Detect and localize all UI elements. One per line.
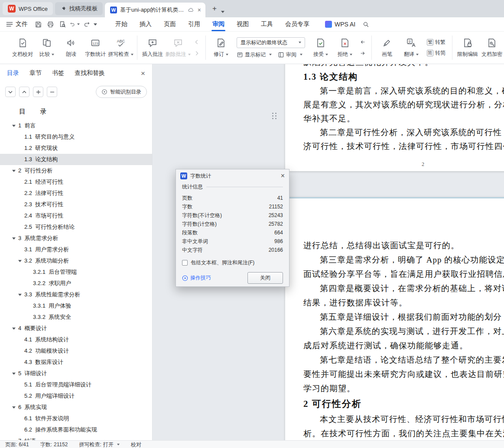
prev-revision-icon[interactable]: [359, 38, 367, 46]
tab-wps-office[interactable]: W WPS Office: [3, 2, 53, 15]
sidebar-tab-查找和替换[interactable]: 查找和替换: [75, 69, 105, 77]
toc-item[interactable]: 5.2 用户端详细设计: [0, 390, 152, 402]
menu-item-页面[interactable]: 页面: [158, 17, 182, 31]
sidebar-tab-章节[interactable]: 章节: [29, 69, 42, 77]
word-count-button[interactable]: 123 字数统计: [83, 33, 107, 62]
print-button[interactable]: [45, 19, 55, 29]
quickbar-chevron-icon[interactable]: [94, 23, 97, 26]
document-page-1[interactable]: 缺陷并完善这些优化并开发其中。1.3 论文结构第一章是前言，深入研究该系统的目的…: [285, 64, 504, 171]
toc-item[interactable]: 2.1 经济可行性: [0, 176, 152, 188]
brush-button[interactable]: 画笔: [375, 33, 399, 62]
expand-triangle-icon[interactable]: [12, 406, 16, 409]
toc-item[interactable]: 3.3.1 用户体验: [0, 300, 152, 312]
toc-item[interactable]: 3.2.1 后台管理端: [0, 266, 152, 278]
expand-triangle-icon[interactable]: [12, 328, 16, 330]
accept-button[interactable]: 接受: [309, 33, 333, 62]
status-page-indicator[interactable]: 页面: 6/41: [5, 442, 29, 447]
translate-button[interactable]: 文 翻译: [399, 33, 423, 62]
encrypt-button[interactable]: 文档加密: [480, 33, 504, 62]
dialog-title-bar[interactable]: W 字数统计 ×: [176, 169, 289, 182]
undo-button[interactable]: [69, 19, 80, 29]
tab-document[interactable]: W 基于uni-app的计算机类面试… ×: [105, 3, 205, 17]
expand-all-button[interactable]: [19, 87, 29, 97]
file-menu[interactable]: 文件: [6, 17, 33, 31]
menu-item-工具[interactable]: 工具: [255, 17, 279, 31]
next-comment-icon[interactable]: [193, 49, 201, 57]
tab-template[interactable]: 找稿壳模板: [55, 2, 103, 15]
tips-link[interactable]: 操作技巧: [182, 274, 211, 282]
toc-item[interactable]: 6.2 操作系统界面和功能实现: [0, 424, 152, 435]
toc-item[interactable]: 3.2 系统功能分析: [0, 255, 152, 266]
show-markup-button[interactable]: 显示标记: [237, 51, 272, 58]
proofread-button[interactable]: 文档校对: [10, 33, 35, 62]
expand-triangle-icon[interactable]: [12, 125, 16, 127]
toc-item[interactable]: 4 概要设计: [0, 323, 152, 334]
sidebar-tab-书签[interactable]: 书签: [52, 69, 64, 77]
tab-list-chevron-icon[interactable]: [221, 11, 224, 13]
next-revision-icon[interactable]: [359, 49, 367, 57]
toc-doc-title[interactable]: 目 录: [0, 101, 152, 120]
toc-item[interactable]: 6 系统实现: [0, 402, 152, 413]
toc-item[interactable]: 2 可行性分析: [0, 165, 152, 176]
collapse-all-button[interactable]: [5, 87, 16, 97]
menu-item-开始[interactable]: 开始: [109, 17, 133, 31]
menu-item-会员专享[interactable]: 会员专享: [279, 17, 315, 31]
delete-comment-button[interactable]: 删除批注: [165, 33, 191, 62]
dialog-close-icon[interactable]: ×: [281, 172, 285, 179]
menu-item-视图[interactable]: 视图: [231, 17, 255, 31]
checkbox-icon[interactable]: [182, 260, 188, 266]
toc-item[interactable]: 5.1 后台管理员端详细设计: [0, 379, 152, 390]
restrict-edit-button[interactable]: 限制编辑: [455, 33, 480, 62]
expand-triangle-icon[interactable]: [12, 373, 16, 375]
search-icon[interactable]: [362, 21, 370, 28]
include-footnotes-checkbox[interactable]: 包括文本框、脚注和尾注(F): [182, 259, 283, 266]
toc-item[interactable]: 7 结语: [0, 435, 152, 440]
redo-button[interactable]: [81, 19, 92, 29]
dialog-close-button[interactable]: 关闭: [247, 272, 283, 284]
insert-comment-button[interactable]: 插入批注: [140, 33, 165, 62]
menu-item-引用[interactable]: 引用: [182, 17, 206, 31]
to-traditional-button[interactable]: 繁 转繁: [427, 39, 445, 46]
toc-item[interactable]: 3.3.2 系统安全: [0, 312, 152, 323]
toc-item[interactable]: 3 系统需求分析: [0, 233, 152, 244]
expand-triangle-icon[interactable]: [18, 294, 22, 296]
print-preview-button[interactable]: [57, 19, 68, 29]
markup-state-select[interactable]: 显示标记的最终状态: [237, 37, 305, 48]
expand-triangle-icon[interactable]: [12, 237, 16, 240]
toc-item[interactable]: 4.2 功能模块设计: [0, 345, 152, 357]
reject-button[interactable]: 拒绝: [333, 33, 357, 62]
toc-item[interactable]: 5 详细设计: [0, 368, 152, 379]
toc-item[interactable]: 1 前言: [0, 120, 152, 131]
status-word-count[interactable]: 字数: 21152: [40, 442, 68, 447]
compare-button[interactable]: 比较: [35, 33, 59, 62]
prev-comment-icon[interactable]: [193, 38, 201, 46]
toc-item[interactable]: 1.3 论文结构: [0, 154, 152, 165]
document-area[interactable]: 缺陷并完善这些优化并开发其中。1.3 论文结构第一章是前言，深入研究该系统的目的…: [153, 64, 504, 440]
new-tab-button[interactable]: +: [209, 3, 220, 14]
smart-toc-button[interactable]: 智能识别目录: [96, 86, 147, 98]
spell-check-button[interactable]: ABC 拼写检查: [107, 33, 134, 62]
panel-close-icon[interactable]: ×: [141, 70, 145, 77]
toc-item[interactable]: 1.1 研究目的与意义: [0, 131, 152, 143]
sidebar-tab-目录[interactable]: 目录: [7, 69, 19, 77]
toc-item[interactable]: 3.2.2 求职用户: [0, 278, 152, 289]
toc-item[interactable]: 3.1 用户需求分析: [0, 244, 152, 255]
to-simplified-button[interactable]: 简 转简: [427, 49, 445, 57]
toc-item[interactable]: 2.2 法律可行性: [0, 188, 152, 199]
save-button[interactable]: [33, 19, 43, 29]
toc-item[interactable]: 4.3 数据库设计: [0, 357, 152, 368]
zoom-in-button[interactable]: [33, 87, 43, 97]
read-aloud-button[interactable]: 朗读: [59, 33, 83, 62]
track-changes-button[interactable]: 修订: [209, 33, 233, 62]
toc-item[interactable]: 6.1 软件开发说明: [0, 413, 152, 424]
status-proofread-button[interactable]: 校对: [131, 442, 141, 447]
tab-close-icon[interactable]: ×: [197, 6, 202, 13]
toc-item[interactable]: 3.3 系统性能需求分析: [0, 289, 152, 300]
toc-item[interactable]: 4.1 系统结构设计: [0, 334, 152, 345]
status-spell-check[interactable]: 拼写检查: 打开: [79, 442, 120, 447]
expand-triangle-icon[interactable]: [12, 170, 16, 172]
toc-item[interactable]: 2.5 可行性分析结论: [0, 221, 152, 233]
menu-item-审阅[interactable]: 审阅: [206, 17, 231, 31]
menu-item-插入[interactable]: 插入: [133, 17, 158, 31]
paragraph-drag-handle-icon[interactable]: [272, 113, 278, 121]
